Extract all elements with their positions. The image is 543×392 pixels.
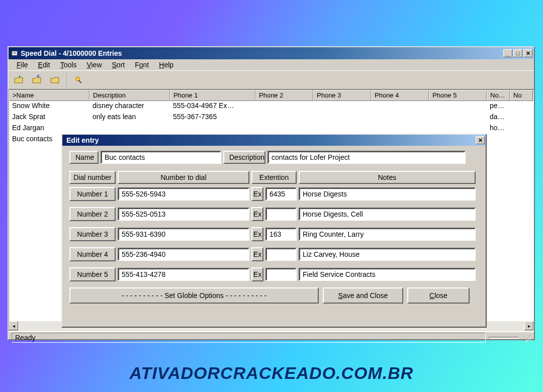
cell-name: Ed Jargan	[9, 123, 89, 134]
menu-edit[interactable]: Edit	[33, 60, 55, 70]
number-2-input[interactable]	[118, 208, 249, 221]
cell-p3	[313, 101, 371, 112]
name-desc-row: Name Description	[69, 151, 479, 164]
cell-no2	[510, 112, 533, 123]
cell-desc: only eats lean	[89, 112, 170, 123]
dialog-close-icon[interactable]: ✕	[476, 136, 485, 144]
cell-p2	[255, 101, 313, 112]
ext-5-input[interactable]	[265, 268, 297, 281]
cell-no2	[510, 123, 533, 134]
cell-p2	[255, 112, 313, 123]
number-5-input[interactable]	[118, 268, 249, 281]
toolbar-settings-icon[interactable]	[72, 73, 87, 87]
window-controls: _ □ ✕	[503, 49, 532, 57]
ex-label: Ex	[251, 267, 263, 281]
cell-p3	[313, 123, 371, 134]
svg-rect-2	[13, 53, 16, 54]
header-dial-number: Dial number	[69, 171, 116, 184]
description-input[interactable]	[267, 151, 466, 164]
col-header-phone5[interactable]: Phone 5	[429, 90, 487, 101]
menu-view[interactable]: View	[81, 60, 107, 70]
notes-2-input[interactable]	[299, 208, 476, 221]
cell-desc	[89, 123, 170, 134]
col-header-phone4[interactable]: Phone 4	[371, 90, 429, 101]
dial-headers: Dial number Number to dial Extention Not…	[69, 171, 479, 184]
dial-rows-container: Number 1ExNumber 2ExNumber 3ExNumber 4Ex…	[69, 187, 479, 281]
number-3-input[interactable]	[118, 228, 249, 241]
menu-help[interactable]: Help	[154, 60, 178, 70]
dialog-body: Name Description Dial number Number to d…	[62, 146, 486, 309]
dialog-title: Edit entry	[66, 136, 476, 144]
dial-row: Number 1Ex	[69, 187, 479, 201]
notes-4-input[interactable]	[299, 248, 476, 261]
ext-2-input[interactable]	[265, 208, 297, 221]
scroll-right-button[interactable]: ▸	[524, 321, 533, 330]
dial-row: Number 5Ex	[69, 267, 479, 281]
menu-file[interactable]: File	[12, 60, 33, 70]
number-2-button[interactable]: Number 2	[69, 207, 116, 221]
cell-no2	[510, 101, 533, 112]
dialog-buttons-row: - - - - - - - - - - Set Globle Options -…	[69, 287, 479, 304]
cell-p1	[170, 123, 255, 134]
menubar: File Edit Tools View Sort Font Help	[9, 59, 534, 70]
number-4-input[interactable]	[118, 248, 249, 261]
number-1-button[interactable]: Number 1	[69, 187, 116, 201]
table-row[interactable]: Jack Spratonly eats lean555-367-7365da…	[9, 112, 533, 123]
number-3-button[interactable]: Number 3	[69, 227, 116, 241]
number-1-input[interactable]	[118, 187, 249, 201]
dial-row: Number 3Ex	[69, 227, 479, 241]
table-row[interactable]: Snow Whitedisney character555-034-4967 E…	[9, 101, 533, 112]
name-label: Name	[69, 151, 99, 164]
cell-no1: home	[487, 123, 510, 134]
cell-p4	[371, 123, 429, 134]
menu-sort[interactable]: Sort	[107, 60, 130, 70]
resize-grip[interactable]	[522, 333, 531, 342]
titlebar: Speed Dial - 4/1000000 Entries _ □ ✕	[9, 47, 534, 59]
col-header-phone2[interactable]: Phone 2	[255, 90, 313, 101]
cell-no1	[487, 134, 510, 145]
notes-5-input[interactable]	[299, 268, 476, 281]
grid-header: >Name Description Phone 1 Phone 2 Phone …	[9, 90, 533, 101]
cell-no2	[510, 134, 533, 145]
col-header-phone3[interactable]: Phone 3	[313, 90, 371, 101]
toolbar-separator	[67, 73, 68, 86]
cell-desc: disney character	[89, 101, 170, 112]
menu-tools[interactable]: Tools	[55, 60, 82, 70]
number-4-button[interactable]: Number 4	[69, 247, 116, 261]
ex-label: Ex	[251, 207, 263, 221]
cell-p5	[429, 101, 487, 112]
col-header-name[interactable]: >Name	[9, 90, 89, 101]
edit-entry-dialog: Edit entry ✕ Name Description Dial numbe…	[61, 134, 487, 328]
maximize-button[interactable]: □	[513, 49, 522, 57]
dial-row: Number 4Ex	[69, 247, 479, 261]
toolbar-export-icon[interactable]: E	[30, 73, 45, 87]
table-row[interactable]: Ed Jarganhome	[9, 123, 533, 134]
notes-1-input[interactable]	[299, 187, 476, 201]
col-header-no1[interactable]: No…	[487, 90, 510, 101]
number-5-button[interactable]: Number 5	[69, 267, 116, 281]
save-and-close-button[interactable]: Save and Close	[323, 287, 403, 304]
watermark-text: ATIVADORCRACKEADO.COM.BR	[0, 363, 543, 383]
col-header-description[interactable]: Description	[89, 90, 170, 101]
cell-p1: 555-034-4967 Ex…	[170, 101, 255, 112]
name-input[interactable]	[101, 151, 221, 164]
ext-4-input[interactable]	[265, 248, 297, 261]
close-button[interactable]: Close	[407, 287, 470, 304]
close-button[interactable]: ✕	[523, 49, 532, 57]
cell-p4	[371, 112, 429, 123]
col-header-phone1[interactable]: Phone 1	[170, 90, 255, 101]
col-header-no2[interactable]: No	[510, 90, 533, 101]
scroll-left-button[interactable]: ◂	[9, 321, 18, 330]
menu-font[interactable]: Font	[130, 60, 154, 70]
set-global-options-button[interactable]: - - - - - - - - - - Set Globle Options -…	[69, 287, 319, 304]
ext-1-input[interactable]	[265, 187, 297, 201]
header-notes: Notes	[299, 171, 476, 184]
cell-p3	[313, 112, 371, 123]
status-cell-1	[489, 337, 519, 339]
svg-rect-1	[13, 52, 16, 53]
toolbar-folder-icon[interactable]	[48, 73, 63, 87]
minimize-button[interactable]: _	[503, 49, 512, 57]
notes-3-input[interactable]	[299, 228, 476, 241]
toolbar-open-icon[interactable]	[12, 73, 27, 87]
ext-3-input[interactable]	[265, 228, 297, 241]
